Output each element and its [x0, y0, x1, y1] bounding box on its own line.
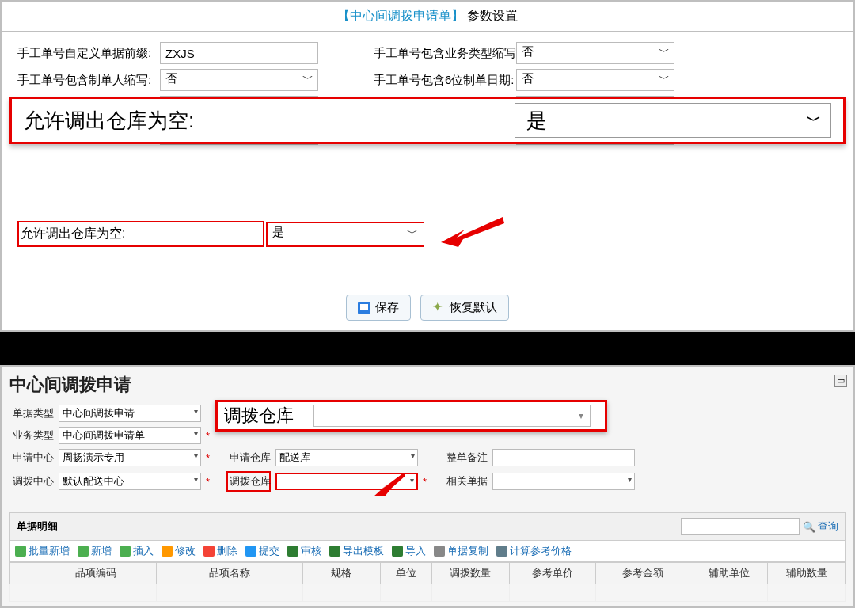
plus-icon: [15, 546, 26, 557]
label-biztype-abbr: 手工单号包含业务类型缩写:: [374, 46, 500, 61]
col-aux-unit[interactable]: 辅助单位: [690, 563, 768, 584]
insert-button[interactable]: 插入: [120, 544, 154, 558]
col-aux-qty[interactable]: 辅助数量: [768, 563, 846, 584]
submit-button[interactable]: 提交: [245, 544, 279, 558]
chevron-down-icon: ▾: [410, 476, 414, 485]
col-item-name[interactable]: 品项名称: [156, 563, 302, 584]
edit-button[interactable]: 修改: [162, 544, 196, 558]
copy-doc-button[interactable]: 单据复制: [434, 544, 488, 558]
table-row[interactable]: [10, 584, 846, 602]
import-button[interactable]: 导入: [392, 544, 426, 558]
x-icon: [203, 546, 215, 557]
restore-default-button[interactable]: 恢复默认: [420, 295, 509, 321]
add-button[interactable]: 新增: [78, 544, 112, 558]
biz-type-field[interactable]: 中心间调拨申请单▾: [59, 427, 201, 444]
check-icon: [287, 546, 298, 557]
select-biztype-abbr[interactable]: 否: [516, 42, 674, 64]
allow-empty-select[interactable]: 是: [268, 223, 426, 245]
label-prefix: 手工单号自定义单据前缀:: [17, 46, 144, 61]
detail-toolbar: 批量新增 新增 插入 修改 删除 提交 审核 导出模板 导入 单据复制 计算参考…: [10, 541, 846, 562]
calc-price-button[interactable]: 计算参考价格: [496, 544, 572, 558]
alloc-store-label: 调拨仓库: [226, 471, 271, 492]
audit-button[interactable]: 审核: [287, 544, 321, 558]
col-unit[interactable]: 单位: [380, 563, 431, 584]
save-button[interactable]: 保存: [346, 295, 411, 321]
label-date6: 手工单号包含6位制单日期:: [374, 73, 500, 88]
apply-store-field[interactable]: 配送库▾: [276, 449, 418, 466]
excel-icon: [329, 546, 340, 557]
chevron-down-icon: ▾: [194, 451, 198, 460]
overlay-label: 调拨仓库: [224, 404, 294, 428]
request-panel: ▭ 中心间调拨申请 单据类型 中心间调拨申请▾ 业务类型 中心间调拨申请单▾ *…: [0, 365, 855, 608]
svg-marker-0: [441, 217, 504, 247]
triangle-down-icon: ▾: [579, 410, 583, 421]
doc-type-label: 单据类型: [10, 406, 54, 420]
apply-center-label: 申请中心: [10, 451, 54, 465]
excel-icon: [392, 546, 403, 557]
arrow-annotation: [441, 215, 504, 247]
export-template-button[interactable]: 导出模板: [329, 544, 384, 558]
biz-type-label: 业务类型: [10, 428, 54, 443]
col-blank: [10, 563, 36, 584]
alloc-center-field[interactable]: 默认配送中心▾: [59, 473, 201, 490]
chevron-down-icon: ▾: [194, 407, 198, 416]
input-prefix[interactable]: [160, 42, 318, 64]
highlight-select[interactable]: 是 ﹀: [515, 103, 831, 138]
allow-empty-label: 允许调出仓库为空:: [17, 221, 264, 247]
table-header-row: 品项编码 品项名称 规格 单位 调拨数量 参考单价 参考金额 辅助单位 辅助数量: [10, 563, 846, 584]
highlight-banner: 允许调出仓库为空: 是 ﹀: [10, 97, 846, 144]
alloc-center-label: 调拨中心: [10, 474, 54, 489]
chevron-down-icon: ▾: [628, 475, 632, 484]
alloc-store-highlight: 调拨仓库 ▾: [215, 400, 607, 432]
insert-icon: [120, 546, 131, 557]
label-user-abbr: 手工单号包含制单人缩写:: [17, 73, 144, 88]
select-date6[interactable]: 否: [516, 69, 674, 91]
chevron-down-icon: ▾: [194, 429, 198, 438]
panel-title: 【中心间调拨申请单】 参数设置: [2, 2, 853, 32]
col-qty[interactable]: 调拨数量: [431, 563, 509, 584]
col-ref-price[interactable]: 参考单价: [509, 563, 595, 584]
overlay-select[interactable]: ▾: [314, 405, 591, 427]
settings-panel: 【中心间调拨申请单】 参数设置 手工单号自定义单据前缀: 手工单号包含业务类型缩…: [0, 0, 855, 332]
apply-center-field[interactable]: 周扬演示专用▾: [59, 449, 201, 466]
col-ref-amount[interactable]: 参考金额: [595, 563, 690, 584]
arrow-annotation: [374, 473, 405, 500]
doc-type-field[interactable]: 中心间调拨申请▾: [59, 405, 201, 422]
apply-store-label: 申请仓库: [226, 451, 271, 465]
submit-icon: [245, 546, 256, 557]
search-input[interactable]: [681, 518, 800, 535]
search-button[interactable]: 🔍查询: [803, 519, 838, 534]
pencil-icon: [162, 546, 173, 557]
col-item-code[interactable]: 品项编码: [36, 563, 156, 584]
full-remark-label: 整单备注: [443, 451, 488, 465]
title-bracket: 【中心间调拨申请单】: [337, 9, 464, 22]
plus-icon: [78, 546, 89, 557]
close-button[interactable]: ▭: [834, 375, 847, 387]
calc-icon: [496, 546, 507, 557]
title-rest: 参数设置: [464, 9, 518, 22]
select-user-abbr[interactable]: 否: [160, 69, 318, 91]
divider: [0, 332, 855, 365]
svg-marker-1: [374, 473, 405, 496]
restore-icon: [432, 302, 445, 314]
full-remark-field[interactable]: [492, 449, 635, 466]
detail-header: 单据明细 🔍查询: [10, 512, 846, 541]
highlight-label: 允许调出仓库为空:: [24, 107, 194, 135]
related-doc-label: 相关单据: [443, 474, 488, 489]
detail-table: 品项编码 品项名称 规格 单位 调拨数量 参考单价 参考金额 辅助单位 辅助数量: [10, 562, 846, 602]
batch-add-button[interactable]: 批量新增: [15, 544, 70, 558]
copy-icon: [434, 546, 445, 557]
chevron-down-icon: ▾: [194, 475, 198, 484]
col-spec[interactable]: 规格: [302, 563, 380, 584]
detail-title: 单据明细: [17, 519, 58, 534]
chevron-down-icon: ﹀: [807, 111, 821, 130]
delete-button[interactable]: 删除: [203, 544, 238, 558]
page-title: 中心间调拨申请: [10, 373, 846, 397]
chevron-down-icon: ▾: [411, 451, 415, 460]
save-icon: [358, 302, 370, 314]
related-doc-field[interactable]: ▾: [492, 473, 635, 490]
